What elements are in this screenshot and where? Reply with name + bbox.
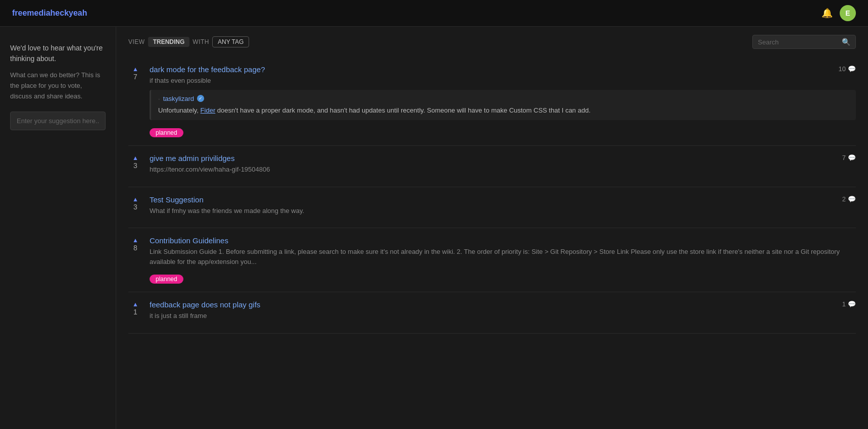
post-description: https://tenor.com/view/haha-gif-19504806 xyxy=(150,165,856,175)
filter-bar: VIEW TRENDING with ANY TAG 🔍 xyxy=(128,35,856,49)
comment-count: 7 xyxy=(842,154,846,162)
tag-badge[interactable]: planned xyxy=(150,128,183,137)
comment-link[interactable]: Fider xyxy=(201,106,216,114)
search-input[interactable] xyxy=(758,38,839,46)
main-content: VIEW TRENDING with ANY TAG 🔍 ▲ 7 dark mo… xyxy=(116,27,868,429)
post-title[interactable]: dark mode for the feedback page? xyxy=(150,65,265,74)
post-title-row: Contribution Guidelines xyxy=(150,236,856,247)
suggestion-input[interactable] xyxy=(10,112,106,130)
any-tag-badge[interactable]: ANY TAG xyxy=(212,36,249,47)
post-item: ▲ 3 Test Suggestion2💬What if fmhy was th… xyxy=(128,187,856,229)
vote-up-button[interactable]: ▲ xyxy=(132,66,138,72)
post-meta-right: 1💬 xyxy=(842,300,856,308)
tag-badge[interactable]: planned xyxy=(150,275,183,284)
with-label: with xyxy=(192,38,209,45)
vote-section: ▲ 3 xyxy=(128,154,142,179)
post-meta-right: 10💬 xyxy=(839,65,856,73)
vote-section: ▲ 1 xyxy=(128,300,142,325)
post-item: ▲ 3 give me admin privilidges7💬https://t… xyxy=(128,146,856,187)
post-description: What if fmhy was the friends we made alo… xyxy=(150,206,856,216)
avatar[interactable]: E xyxy=(840,5,856,21)
author-dot: · xyxy=(158,95,160,102)
post-body: Contribution GuidelinesLink Submission G… xyxy=(150,236,856,284)
vote-up-button[interactable]: ▲ xyxy=(132,196,138,202)
vote-section: ▲ 8 xyxy=(128,236,142,284)
post-meta-right: 7💬 xyxy=(842,154,856,162)
chat-icon: 💬 xyxy=(848,154,856,162)
sidebar: We'd love to hear what you're thinking a… xyxy=(0,27,116,429)
vote-up-button[interactable]: ▲ xyxy=(132,301,138,307)
vote-count: 3 xyxy=(133,202,137,212)
post-title-row: feedback page does not play gifs1💬 xyxy=(150,300,856,311)
vote-count: 7 xyxy=(133,72,137,82)
trending-badge[interactable]: TRENDING xyxy=(148,37,190,47)
vote-section: ▲ 7 xyxy=(128,65,142,137)
vote-up-button[interactable]: ▲ xyxy=(132,155,138,161)
top-bar-right: 🔔 E xyxy=(822,5,856,21)
post-title-row: Test Suggestion2💬 xyxy=(150,195,856,206)
post-title[interactable]: Contribution Guidelines xyxy=(150,236,228,245)
post-description: Link Submission Guide 1. Before submitti… xyxy=(150,247,856,266)
post-meta-right: 2💬 xyxy=(842,195,856,203)
view-label: VIEW xyxy=(128,38,145,45)
post-item: ▲ 7 dark mode for the feedback page?10💬i… xyxy=(128,57,856,146)
comment-block: · taskylizard ✓ Unfortunately, Fider doe… xyxy=(150,90,856,121)
post-title[interactable]: give me admin privilidges xyxy=(150,154,234,163)
post-title[interactable]: feedback page does not play gifs xyxy=(150,300,260,309)
verified-check-icon: ✓ xyxy=(197,95,204,102)
post-item: ▲ 1 feedback page does not play gifs1💬it… xyxy=(128,292,856,334)
comment-count: 10 xyxy=(839,65,846,73)
post-body: feedback page does not play gifs1💬it is … xyxy=(150,300,856,325)
post-title[interactable]: Test Suggestion xyxy=(150,195,204,204)
vote-count: 3 xyxy=(133,161,137,171)
top-bar: freemediaheckyeah 🔔 E xyxy=(0,0,868,27)
post-description: if thats even possible xyxy=(150,76,856,86)
post-body: give me admin privilidges7💬https://tenor… xyxy=(150,154,856,179)
brand-name[interactable]: freemediaheckyeah xyxy=(12,9,87,18)
comment-text: Unfortunately, Fider doesn't have a prop… xyxy=(158,105,849,116)
vote-count: 1 xyxy=(133,307,137,317)
vote-up-button[interactable]: ▲ xyxy=(132,237,138,243)
notification-bell-icon[interactable]: 🔔 xyxy=(822,8,833,19)
post-body: dark mode for the feedback page?10💬if th… xyxy=(150,65,856,137)
comment-count: 2 xyxy=(842,195,846,203)
post-description: it is just a still frame xyxy=(150,311,856,321)
chat-icon: 💬 xyxy=(848,195,856,203)
author-name[interactable]: taskylizard xyxy=(163,95,194,102)
vote-section: ▲ 3 xyxy=(128,195,142,220)
comment-count: 1 xyxy=(842,300,846,308)
vote-count: 8 xyxy=(133,243,137,253)
search-icon: 🔍 xyxy=(842,38,850,46)
post-list: ▲ 7 dark mode for the feedback page?10💬i… xyxy=(128,57,856,334)
filter-left: VIEW TRENDING with ANY TAG xyxy=(128,36,249,47)
post-item: ▲ 8 Contribution GuidelinesLink Submissi… xyxy=(128,228,856,292)
chat-icon: 💬 xyxy=(848,300,856,308)
post-title-row: dark mode for the feedback page?10💬 xyxy=(150,65,856,76)
chat-icon: 💬 xyxy=(848,65,856,73)
comment-author-row: · taskylizard ✓ xyxy=(158,95,849,102)
sidebar-subtext: What can we do better? This is the place… xyxy=(10,70,106,101)
search-box: 🔍 xyxy=(752,35,856,49)
post-title-row: give me admin privilidges7💬 xyxy=(150,154,856,165)
post-body: Test Suggestion2💬What if fmhy was the fr… xyxy=(150,195,856,220)
layout: We'd love to hear what you're thinking a… xyxy=(0,27,868,429)
sidebar-heading: We'd love to hear what you're thinking a… xyxy=(10,43,106,64)
